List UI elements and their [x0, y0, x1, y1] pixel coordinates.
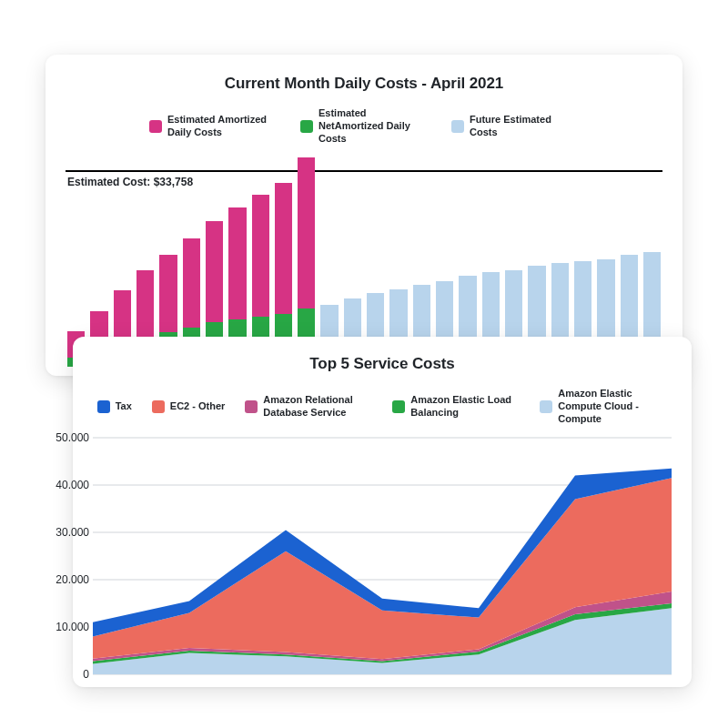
bar-segment-amortized: [228, 207, 246, 318]
y-tick-label: 30.000: [46, 526, 89, 539]
legend-item: Amazon Elastic Load Balancing: [392, 388, 520, 425]
bar: [413, 157, 430, 367]
swatch-lightblue: [451, 120, 464, 133]
y-axis: 010.00020.00030.00040.00050.000: [46, 438, 89, 674]
legend-label: Estimated Amortized Daily Costs: [167, 114, 277, 139]
bar-segment-amortized: [159, 255, 177, 332]
swatch-coral: [152, 400, 165, 413]
bar-segment-amortized: [252, 195, 269, 317]
bar: [228, 157, 246, 367]
daily-costs-legend: Estimated Amortized Daily Costs Estimate…: [66, 107, 662, 145]
bar: [320, 157, 338, 367]
bar: [90, 157, 107, 367]
legend-label: Estimated NetAmortized Daily Costs: [318, 107, 428, 145]
bar: [551, 157, 569, 367]
bar: [597, 157, 614, 367]
swatch-green: [300, 120, 313, 133]
bar: [344, 157, 361, 367]
legend-label: EC2 - Other: [170, 400, 226, 413]
bar-segment-amortized: [183, 238, 200, 328]
swatch-lightblue: [540, 400, 552, 413]
legend-item: Tax: [97, 388, 132, 425]
bar: [298, 157, 315, 367]
y-tick-label: 10.000: [46, 621, 89, 633]
y-tick-label: 40.000: [46, 479, 89, 491]
legend-item: Estimated Amortized Daily Costs: [149, 107, 277, 145]
bar: [275, 157, 292, 367]
bar: [505, 157, 522, 367]
bar: [136, 157, 154, 367]
bar-segment-amortized: [136, 270, 154, 337]
bar: [183, 157, 200, 367]
bar: [252, 157, 269, 367]
bars-container: [66, 157, 662, 367]
bar: [459, 157, 476, 367]
bar: [621, 157, 638, 367]
bar: [482, 157, 500, 367]
area-svg: [93, 438, 672, 674]
swatch-green: [392, 400, 405, 413]
service-costs-card: Top 5 Service Costs Tax EC2 - Other Amaz…: [73, 337, 692, 687]
legend-item: Estimated NetAmortized Daily Costs: [300, 107, 428, 145]
legend-label: Tax: [116, 400, 132, 413]
service-costs-legend: Tax EC2 - Other Amazon Relational Databa…: [93, 388, 672, 425]
bar-segment-amortized: [298, 157, 315, 308]
bar: [389, 157, 407, 367]
bar-segment-amortized: [275, 183, 292, 314]
bar: [367, 157, 384, 367]
swatch-blue: [97, 400, 110, 413]
legend-label: Amazon Elastic Load Balancing: [410, 394, 520, 420]
bar: [159, 157, 177, 367]
y-tick-label: 0: [46, 668, 89, 681]
bar: [206, 157, 223, 367]
bar: [528, 157, 545, 367]
legend-label: Amazon Elastic Compute Cloud - Compute: [558, 388, 667, 425]
service-costs-title: Top 5 Service Costs: [93, 355, 672, 373]
area-chart: 010.00020.00030.00040.00050.000: [93, 438, 672, 674]
legend-item: Amazon Elastic Compute Cloud - Compute: [540, 388, 667, 425]
swatch-magenta: [245, 400, 258, 413]
daily-costs-card: Current Month Daily Costs - April 2021 E…: [46, 55, 682, 376]
legend-label: Future Estimated Costs: [470, 114, 579, 139]
bar-segment-amortized: [206, 221, 223, 322]
legend-item: EC2 - Other: [152, 388, 226, 425]
legend-item: Amazon Relational Database Service: [245, 388, 372, 425]
y-tick-label: 20.000: [46, 573, 89, 586]
legend-item: Future Estimated Costs: [451, 107, 579, 145]
bar: [114, 157, 131, 367]
y-tick-label: 50.000: [46, 431, 89, 444]
legend-label: Amazon Relational Database Service: [263, 394, 372, 420]
swatch-pink: [149, 120, 162, 133]
bar: [574, 157, 592, 367]
bar-chart: Estimated Cost: $33,758: [66, 157, 662, 367]
bar: [436, 157, 453, 367]
daily-costs-title: Current Month Daily Costs - April 2021: [66, 75, 662, 93]
bar: [67, 157, 85, 367]
bar: [643, 157, 661, 367]
